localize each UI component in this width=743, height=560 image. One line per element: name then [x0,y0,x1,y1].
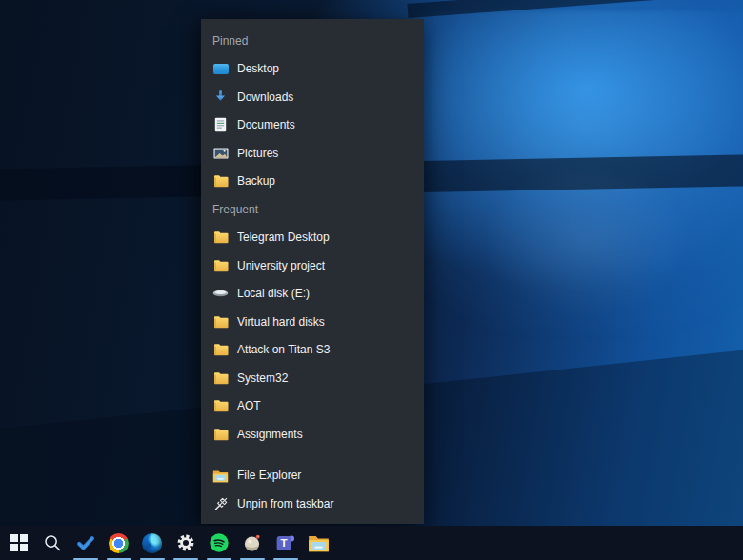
jumplist-item-label: Telegram Desktop [237,230,330,244]
settings-gear-icon [175,532,196,553]
jumplist-item-label: University project [237,259,325,272]
file-explorer-icon [308,533,330,552]
jumplist-item-label: Downloads [237,90,293,104]
jumplist-item-file-explorer[interactable]: File Explorer [201,462,424,490]
folder-icon [212,370,229,386]
documents-icon [212,117,229,133]
jumplist-item-university-project[interactable]: University project [201,251,424,280]
pinned-header-label: Pinned [212,34,248,48]
taskbar-spotify-button[interactable] [202,526,235,560]
jumplist-item-label: Documents [237,118,295,131]
jumplist-item-aot[interactable]: AOT [201,392,424,421]
jumplist-item-label: Virtual hard disks [237,315,325,329]
folder-icon [212,257,229,273]
taskbar-search-button[interactable] [35,526,69,560]
wallpaper-smoke [475,157,698,325]
jumplist-item-label: AOT [237,399,261,412]
taskbar-file-explorer-button[interactable] [302,526,335,560]
taskbar-settings-button[interactable] [169,526,202,560]
jumplist-item-label: Assignments [237,428,303,441]
jumplist-item-telegram-desktop[interactable]: Telegram Desktop [201,224,424,252]
folder-icon [212,173,229,190]
unpin-icon [212,495,229,511]
jumplist-item-virtual-hard-disks[interactable]: Virtual hard disks [201,308,424,336]
jumplist-item-system32[interactable]: System32 [201,364,424,392]
jumplist-item-label: Attack on Titan S3 [237,343,330,356]
taskbar-todo-button[interactable] [69,526,102,560]
taskbar-teams-button[interactable]: T [269,526,302,560]
chrome-icon [109,533,129,553]
file-explorer-icon [212,468,229,484]
jumplist-item-documents[interactable]: Documents [201,111,424,140]
jumplist-item-assignments[interactable]: Assignments [201,420,424,449]
jumplist-item-pictures[interactable]: Pictures [201,139,424,168]
search-icon [43,533,62,552]
jumplist-section-header: Frequent [201,195,424,224]
jumplist-item-attack-on-titan-s3[interactable]: Attack on Titan S3 [201,336,424,365]
jumplist-item-backup[interactable]: Backup [201,168,424,196]
folder-icon [212,342,229,358]
jumplist-item-label: Pictures [237,147,278,160]
taskbar-planet-app-button[interactable] [235,526,269,560]
jumplist-item-label: Unpin from taskbar [237,497,333,510]
teams-icon: T [275,532,296,553]
edge-icon [142,533,162,553]
taskbar-edge-button[interactable] [135,526,169,560]
folder-icon [212,398,229,414]
jumplist-item-unpin[interactable]: Unpin from taskbar [201,490,424,518]
pictures-icon [212,145,229,161]
folder-icon [212,426,229,442]
svg-text:T: T [280,537,287,549]
windows-start-icon [10,534,28,551]
taskbar: T [0,526,743,560]
folder-icon [212,230,229,246]
planet-app-icon [242,532,263,553]
jumplist-item-downloads[interactable]: Downloads [201,83,424,111]
todo-check-icon [75,532,96,553]
jumplist-item-label: File Explorer [237,469,301,482]
spotify-icon [209,532,230,553]
jumplist-item-label: System32 [237,371,288,385]
downloads-icon [212,89,229,105]
jumplist-tasks-section: File Explorer Unpin from taskbar [201,462,424,518]
file-explorer-jumplist: Pinned Desktop Downloads Documents Pictu… [201,19,424,524]
disk-icon [212,286,229,302]
jumplist-section-header: Pinned [201,27,424,55]
frequent-header-label: Frequent [212,203,258,216]
jumplist-item-desktop[interactable]: Desktop [201,55,424,84]
start-button[interactable] [2,526,35,560]
jumplist-item-label: Desktop [237,62,279,75]
desktop-icon [212,61,229,77]
folder-icon [212,313,229,330]
jumplist-item-label: Local disk (E:) [237,287,310,300]
taskbar-chrome-button[interactable] [102,526,135,560]
jumplist-item-local-disk-e[interactable]: Local disk (E:) [201,280,424,309]
jumplist-item-label: Backup [237,174,275,188]
